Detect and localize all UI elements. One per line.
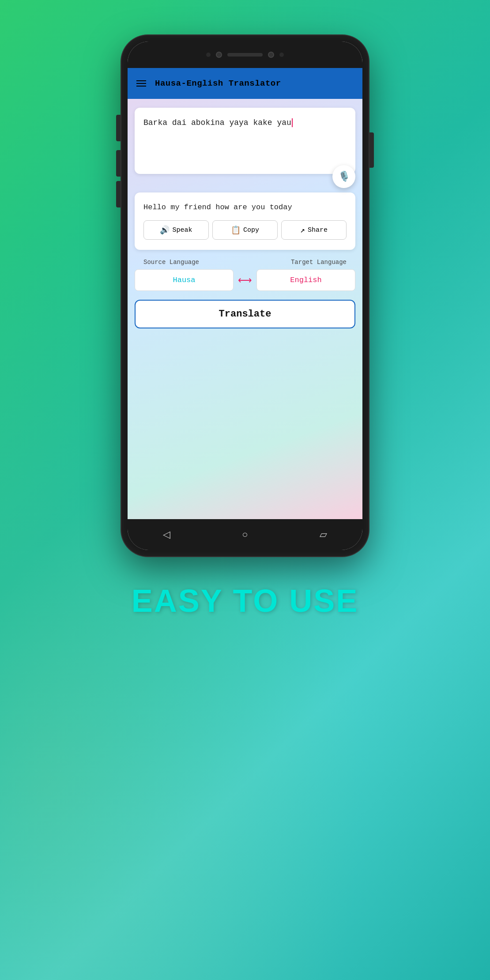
input-text-content: Barka dai abokina yaya kake yau [143,118,291,127]
camera-icon [216,52,222,58]
source-language-box[interactable]: Hausa [135,269,234,291]
target-language-box[interactable]: English [256,269,355,291]
app-bar: Hausa-English Translator [128,68,362,99]
back-button[interactable]: ◁ [158,526,176,543]
share-button[interactable]: ↗ Share [281,220,347,240]
recents-button[interactable]: ▱ [314,526,332,543]
mic-icon: 🎙️ [338,171,350,182]
target-lang-label: Target Language [291,259,347,266]
mic-button[interactable]: 🎙️ [332,165,355,188]
input-text[interactable]: Barka dai abokina yaya kake yau [143,117,347,129]
translate-button[interactable]: Translate [135,300,355,328]
menu-button[interactable] [136,80,146,87]
speaker-grill [227,53,263,57]
share-label: Share [308,226,328,234]
app-screen: Hausa-English Translator Barka dai aboki… [128,68,362,519]
sensor-icon-2 [279,53,284,57]
share-icon: ↗ [300,225,305,235]
copy-button[interactable]: 📋 Copy [212,220,278,240]
phone-nav-bar: ◁ ○ ▱ [128,519,362,550]
copy-icon: 📋 [231,225,241,235]
mic-btn-container: 🎙️ [128,165,362,188]
sensor-icon [206,53,211,57]
language-selectors: Hausa ⟷ English [135,269,355,291]
phone-mockup: Hausa-English Translator Barka dai aboki… [121,35,369,556]
language-section: Source Language Target Language Hausa ⟷ … [135,259,355,291]
input-card: Barka dai abokina yaya kake yau [135,108,355,174]
speak-label: Speak [172,226,192,234]
tagline-section: EASY TO USE [132,583,359,619]
text-cursor [292,118,293,127]
output-card: Hello my friend how are you today 🔊 Spea… [135,192,355,250]
home-button[interactable]: ○ [236,526,254,543]
speaker-icon: 🔊 [160,225,170,235]
action-buttons: 🔊 Speak 📋 Copy ↗ Share [143,220,347,240]
swap-icon[interactable]: ⟷ [234,275,256,286]
app-title: Hausa-English Translator [155,79,281,88]
speak-button[interactable]: 🔊 Speak [143,220,209,240]
output-text: Hello my friend how are you today [143,201,347,213]
phone-notch [128,41,362,68]
tagline-text: EASY TO USE [132,583,359,619]
language-labels: Source Language Target Language [135,259,355,266]
camera-icon-2 [268,52,274,58]
translate-btn-container: Translate [128,291,362,328]
source-lang-label: Source Language [143,259,199,266]
copy-label: Copy [243,226,259,234]
